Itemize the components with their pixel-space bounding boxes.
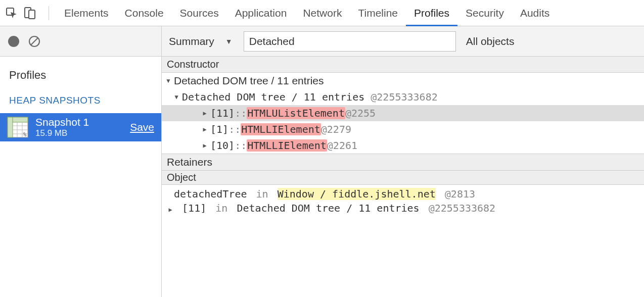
heap-toolbar: Summary ▼ All objects: [162, 26, 644, 57]
svg-text:%: %: [23, 131, 27, 138]
view-dropdown-label: Summary: [169, 35, 214, 47]
tab-audits[interactable]: Audits: [512, 0, 558, 26]
scope-label: All objects: [466, 35, 515, 47]
tree-child-row[interactable]: ▶[10] :: HTMLLIElement @2261: [162, 137, 644, 154]
snapshot-size: 15.9 MB: [35, 128, 123, 138]
snapshot-item[interactable]: % Snapshot 1 15.9 MB Save: [0, 113, 161, 141]
class-filter-input[interactable]: [244, 31, 456, 52]
disclosure-triangle-icon[interactable]: ▶: [167, 206, 174, 213]
child-id: @2261: [327, 139, 357, 152]
devtools-tabbar: ElementsConsoleSourcesApplicationNetwork…: [0, 0, 644, 26]
retainer-row[interactable]: detachedTree in Window / fiddle.jshell.n…: [162, 187, 644, 201]
profiles-title: Profiles: [0, 57, 161, 91]
tab-application[interactable]: Application: [227, 0, 295, 26]
disclosure-triangle-icon[interactable]: ▶: [201, 126, 208, 133]
retainer-count: [11]: [182, 202, 206, 214]
child-sep: ::: [235, 107, 247, 119]
child-count: [1]: [210, 123, 228, 135]
disclosure-triangle-icon[interactable]: ▶: [201, 142, 208, 149]
tab-console[interactable]: Console: [117, 0, 172, 26]
tree-group-label: Detached DOM tree / 11 entries: [174, 75, 324, 87]
tab-network[interactable]: Network: [295, 0, 350, 26]
child-id: @2279: [321, 123, 351, 135]
tree-group-row[interactable]: ▼ Detached DOM tree / 11 entries: [162, 73, 644, 89]
tree-child-row[interactable]: ▶[1] :: HTMLLIElement @2279: [162, 121, 644, 137]
retainer-var: detachedTree: [174, 188, 247, 200]
retainer-id: @2255333682: [429, 202, 495, 214]
constructor-tree[interactable]: ▼ Detached DOM tree / 11 entries ▼ Detac…: [162, 73, 644, 154]
child-id: @2255: [345, 107, 376, 119]
tab-timeline[interactable]: Timeline: [350, 0, 406, 26]
retainers-tree[interactable]: detachedTree in Window / fiddle.jshell.n…: [162, 185, 644, 215]
child-count: [11]: [210, 107, 235, 119]
view-dropdown[interactable]: Summary ▼: [169, 35, 237, 47]
retainers-header[interactable]: Retainers: [162, 154, 644, 171]
chevron-down-icon: ▼: [225, 37, 233, 45]
constructor-column-header[interactable]: Constructor: [162, 57, 644, 73]
object-column-header[interactable]: Object: [162, 171, 644, 185]
child-class: HTMLLIElement: [247, 139, 327, 152]
inspect-icon[interactable]: [5, 7, 18, 20]
snapshot-icon: %: [7, 117, 28, 138]
retainer-context: Detached DOM tree / 11 entries: [237, 202, 419, 214]
tab-sources[interactable]: Sources: [172, 0, 227, 26]
retainer-in: in: [256, 188, 268, 200]
snapshot-name: Snapshot 1: [35, 116, 123, 128]
disclosure-triangle-icon[interactable]: ▼: [173, 93, 180, 101]
profiles-sidebar: Profiles HEAP SNAPSHOTS % Snapshot 1 15.…: [0, 26, 162, 297]
child-class: HTMLUListElement: [247, 107, 345, 119]
device-toggle-icon[interactable]: [23, 7, 36, 20]
tree-node-row[interactable]: ▼ Detached DOM tree / 11 entries @225533…: [162, 89, 644, 105]
child-class: HTMLLIElement: [241, 123, 321, 135]
retainer-row[interactable]: ▶ [11] in Detached DOM tree / 11 entries…: [162, 201, 644, 215]
child-count: [10]: [210, 139, 235, 152]
tree-child-row[interactable]: ▶[11] :: HTMLUListElement @2255: [162, 105, 644, 121]
retainer-in: in: [215, 202, 227, 214]
profiles-toolbar: [0, 26, 161, 57]
record-button[interactable]: [8, 36, 19, 47]
disclosure-triangle-icon[interactable]: ▼: [165, 77, 172, 84]
child-sep: ::: [235, 139, 247, 152]
child-sep: ::: [228, 123, 241, 135]
retainer-context: Window / fiddle.jshell.net: [278, 188, 436, 200]
tabbar-divider: [49, 6, 49, 20]
retainer-id: @2813: [445, 188, 475, 200]
tab-profiles[interactable]: Profiles: [406, 0, 457, 26]
clear-icon[interactable]: [28, 35, 40, 47]
snapshot-save-link[interactable]: Save: [130, 121, 154, 133]
svg-rect-7: [8, 117, 13, 137]
tab-security[interactable]: Security: [457, 0, 512, 26]
tree-node-id: @2255333682: [371, 91, 437, 103]
tab-elements[interactable]: Elements: [56, 0, 117, 26]
disclosure-triangle-icon[interactable]: ▶: [201, 110, 208, 117]
svg-line-4: [31, 38, 38, 45]
svg-rect-2: [29, 10, 35, 19]
tree-node-label: Detached DOM tree / 11 entries: [182, 91, 364, 103]
heap-snapshots-label: HEAP SNAPSHOTS: [0, 91, 161, 113]
